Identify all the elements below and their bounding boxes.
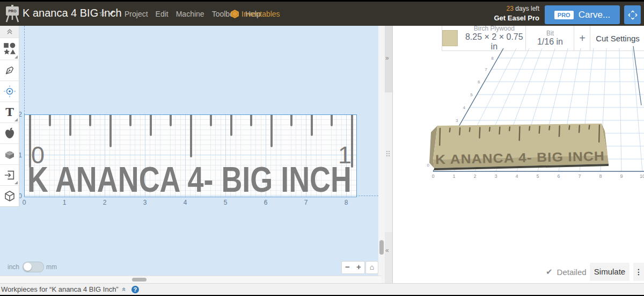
workpiece-material-2d[interactable]: 0 1 K ANANCA 4- BIG INCH <box>24 114 357 197</box>
design-text[interactable]: K ANANCA 4- BIG INCH <box>27 165 352 196</box>
svg-text:5: 5 <box>536 174 539 179</box>
toolbar-collapse-button[interactable] <box>0 26 19 38</box>
design-canvas-2d[interactable]: 0 1 K ANANCA 4- BIG INCH inch mm − + ⌂ 0… <box>0 26 378 276</box>
ruler-tick-2d <box>311 115 313 136</box>
inventables-logo-icon <box>231 10 239 18</box>
toolbar-3d-shape-button[interactable] <box>0 144 19 165</box>
unit-toggle[interactable] <box>23 262 44 272</box>
selection-guide-horizontal <box>356 196 378 196</box>
drill-origin-icon <box>3 85 16 98</box>
ruler-tick-2d <box>270 115 273 147</box>
apple-apps-icon <box>3 127 16 140</box>
svg-text:5: 5 <box>470 92 473 97</box>
zoom-out-button[interactable]: − <box>342 262 353 273</box>
top-bar: PRO K ananca 4 BIG Inch ☆ ✔ ProjectEditM… <box>0 2 644 26</box>
ruler-tick-2d <box>190 115 192 157</box>
trial-status[interactable]: 23 days left Get Easel Pro <box>472 4 539 23</box>
svg-text:9: 9 <box>620 174 623 179</box>
svg-text:T: T <box>5 106 14 119</box>
svg-text:7: 7 <box>485 67 487 72</box>
days-left-text: days left <box>515 5 539 12</box>
toolbar-import-button[interactable] <box>0 165 19 186</box>
ruler-tick-2d <box>150 115 152 136</box>
flyout-corner <box>14 55 18 59</box>
carve-button[interactable]: PRO Carve... <box>545 5 620 24</box>
days-left-number: 23 <box>507 5 514 12</box>
inventables-label: Inventables <box>241 10 280 18</box>
svg-text:3: 3 <box>494 174 497 179</box>
shapes-icon <box>3 42 17 56</box>
fullscreen-expand-button[interactable] <box>624 5 641 24</box>
panel-divider[interactable]: » « <box>385 26 392 283</box>
detailed-toggle[interactable]: ✔ Detailed <box>546 267 587 277</box>
simulate-button[interactable]: Simulate <box>590 263 630 281</box>
left-toolbar: T <box>0 26 19 207</box>
toggle-knob <box>24 263 32 271</box>
ruler-tick-2d <box>170 115 172 126</box>
detailed-label: Detailed <box>557 268 587 277</box>
detailed-check-icon: ✔ <box>546 267 553 277</box>
flyout-corner <box>14 118 18 121</box>
svg-text:4: 4 <box>463 105 466 110</box>
cube-3d-icon <box>3 190 16 203</box>
vertical-scrollbar-thumb[interactable] <box>379 240 384 255</box>
inventables-link[interactable]: Inventables <box>231 2 280 26</box>
toolbar-shapes-button[interactable] <box>0 38 19 60</box>
easel-app-window: PRO K ananca 4 BIG Inch ☆ ✔ ProjectEditM… <box>0 0 644 296</box>
toolbar-pen-button[interactable] <box>0 60 19 81</box>
ruler-tick-2d <box>49 115 51 126</box>
ruler-tick-2d <box>129 115 131 126</box>
workpieces-bar[interactable]: Workpieces for “K ananca 4 BIG Inch” « ? <box>0 283 644 295</box>
svg-text:1: 1 <box>452 174 455 179</box>
svg-text:8: 8 <box>491 56 494 61</box>
menu-item-machine[interactable]: Machine <box>176 10 204 18</box>
get-easel-pro-link[interactable]: Get Easel Pro <box>472 13 539 23</box>
divider-bottom-section <box>385 232 392 283</box>
zoom-home-button[interactable]: ⌂ <box>365 261 378 274</box>
collapse-left-panel-chevron[interactable]: « <box>385 247 389 254</box>
saved-check-icon: ✔ <box>109 9 115 17</box>
svg-text:6: 6 <box>557 174 560 179</box>
design-text-object[interactable]: K ANANCA 4- BIG INCH <box>26 165 355 196</box>
svg-text:6: 6 <box>478 80 480 84</box>
easel-pro-logo-icon[interactable]: PRO <box>5 5 20 23</box>
canvas-axis-x-label: 1 <box>63 199 67 206</box>
unit-label-inch: inch <box>8 263 19 271</box>
bit-label: Bit <box>537 30 563 37</box>
zoom-controls: − + <box>341 261 365 274</box>
preview-menu-button[interactable]: ⋮ <box>633 263 644 281</box>
svg-text:10: 10 <box>640 174 644 179</box>
project-title[interactable]: K ananca 4 BIG Inch <box>23 7 122 19</box>
toolbar-text-button[interactable]: T <box>0 102 19 123</box>
toolbar-drill-origin-button[interactable] <box>0 81 19 102</box>
preview-panel: Birch Plywood 8.25 × 2 × 0.75 in Bit 1/1… <box>392 26 644 283</box>
help-icon[interactable]: ? <box>131 286 139 293</box>
ruler-tick-2d <box>331 115 333 126</box>
toolbar-apps-button[interactable] <box>0 123 19 144</box>
carve-preview-3d[interactable]: K ANANCA 4- BIG INCH 0123456789103456780 <box>393 46 644 183</box>
divider-drag-handle[interactable] <box>386 151 391 156</box>
zoom-in-button[interactable]: + <box>353 262 364 273</box>
brick-3d-icon <box>3 148 16 161</box>
canvas-horizontal-scrollbar[interactable] <box>0 276 382 284</box>
ruler-digit-one[interactable]: 1 <box>338 143 352 167</box>
ruler-tick-2d <box>89 115 91 126</box>
workpieces-label: Workpieces for “K ananca 4 BIG Inch” <box>1 285 119 293</box>
ruler-tick-2d <box>69 115 71 136</box>
toolbar-3d-view-button[interactable] <box>0 186 19 206</box>
favorite-star-icon[interactable]: ☆ <box>99 9 106 18</box>
chevron-double-up-icon <box>6 28 13 35</box>
canvas-axis-x-label: 7 <box>304 199 308 206</box>
material-name: Birch Plywood <box>463 25 526 32</box>
material-swatch <box>442 30 458 46</box>
ruler-digit-zero[interactable]: 0 <box>31 143 45 167</box>
svg-text:0: 0 <box>427 163 430 168</box>
ruler-tick-2d <box>290 115 292 126</box>
horizontal-scrollbar-thumb[interactable] <box>132 278 147 281</box>
menu-item-edit[interactable]: Edit <box>156 10 169 18</box>
flyout-corner <box>14 181 18 184</box>
menu-item-project[interactable]: Project <box>125 10 148 18</box>
expand-right-panel-chevron[interactable]: » <box>385 54 389 62</box>
ruler-tick-2d <box>351 115 353 168</box>
workpieces-expand-icon[interactable]: « <box>120 287 128 291</box>
